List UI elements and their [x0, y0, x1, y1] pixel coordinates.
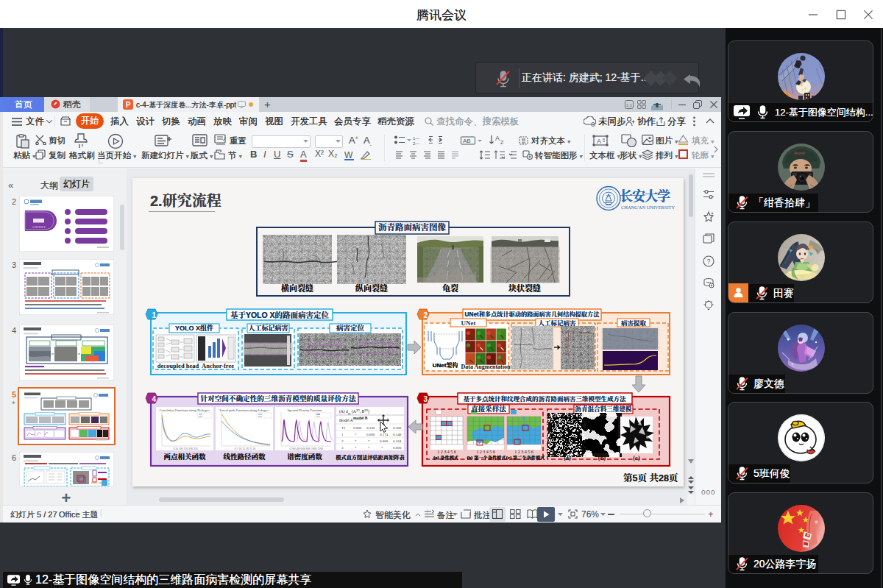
svg-text:Z: Z: [500, 140, 504, 145]
svg-text:0 50 100 150 200 250: 0 50 100 150 200 250: [173, 447, 197, 450]
svg-text:CHANG'AN UNIVERSITY: CHANG'AN UNIVERSITY: [621, 205, 675, 210]
svg-text:4: 4: [152, 395, 157, 403]
svg-text:model B: model B: [353, 416, 368, 420]
svg-text:1 2 3 4 5 6: 1 2 3 4 5 6: [514, 450, 533, 454]
svg-text:(b): (b): [598, 454, 606, 461]
svg-text:2—: 2—: [413, 141, 419, 146]
svg-text:3: 3: [424, 395, 428, 403]
svg-text:?: ?: [707, 258, 711, 265]
svg-text:0 5 10 15 20 25: 0 5 10 15 20 25 30: [235, 447, 256, 450]
svg-text:0.000: 0.000: [366, 433, 375, 436]
svg-text:A: A: [597, 138, 601, 145]
svg-text:Spectral Density Function: Spectral Density Function: [288, 408, 323, 412]
svg-text:W: W: [344, 150, 353, 160]
svg-text:1 2 3 4 5 6: 1 2 3 4 5 6: [437, 450, 456, 454]
svg-text:0.000: 0.000: [353, 426, 362, 430]
svg-text:Correlation Functions along 90: Correlation Functions along 90 degree: [159, 408, 210, 412]
svg-text:0 200 400 600 800 1000 1: 0 200 400 600 800 1000 1200: [289, 447, 323, 450]
svg-text:(c): (c): [633, 454, 640, 461]
svg-text:1 2 3 4 5 6: 1 2 3 4 5 6: [476, 450, 495, 454]
svg-text:1:1: 1:1: [626, 103, 633, 107]
svg-text:A: A: [495, 135, 500, 142]
svg-text:1: 1: [152, 311, 157, 319]
svg-text:Anchor-free: Anchor-free: [202, 362, 234, 369]
svg-text:Data Augmentation: Data Augmentation: [461, 364, 511, 370]
svg-text:UNet: UNet: [461, 319, 476, 327]
svg-text:T1: T1: [341, 426, 346, 430]
svg-text:0.348: 0.348: [393, 433, 402, 436]
svg-text:0.300: 0.300: [393, 426, 402, 430]
svg-text:0.330: 0.330: [366, 426, 375, 430]
svg-text:CONTENTS: CONTENTS: [32, 226, 46, 229]
svg-text:Lineal-path Functions along 0: Lineal-path Functions along 0 degree: [219, 408, 269, 412]
svg-text:P: P: [126, 101, 131, 109]
svg-text:0.174: 0.174: [380, 433, 389, 436]
svg-text:decoupled head: decoupled head: [157, 362, 199, 369]
svg-text:2: 2: [424, 311, 428, 319]
svg-text:0.164: 0.164: [393, 439, 402, 443]
svg-text:model A: model A: [339, 418, 353, 422]
svg-text:AB: AB: [463, 138, 471, 144]
svg-text:0.000: 0.000: [393, 446, 402, 450]
svg-text:(a): (a): [564, 454, 571, 461]
svg-text:0.000: 0.000: [380, 439, 389, 443]
svg-text:Anniv: Anniv: [793, 151, 806, 155]
svg-text:1—: 1—: [413, 136, 419, 141]
